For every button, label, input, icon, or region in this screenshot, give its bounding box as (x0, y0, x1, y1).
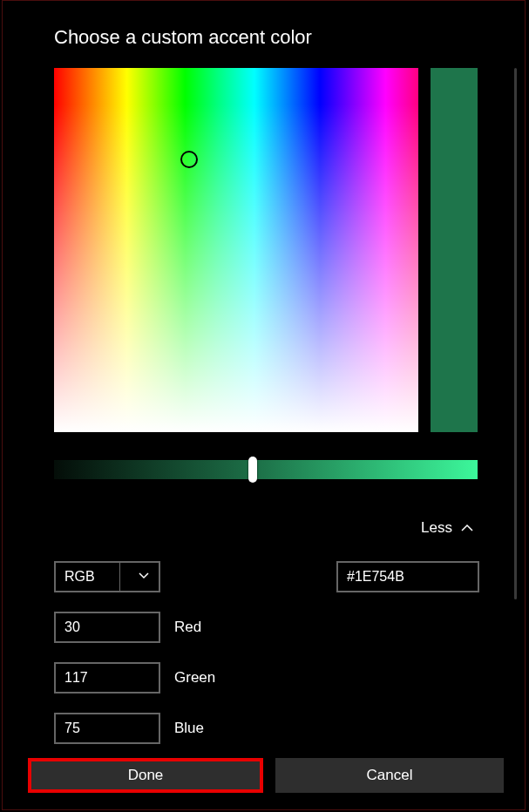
luminance-slider[interactable] (54, 460, 478, 479)
blue-label: Blue (174, 720, 204, 737)
color-saturation-area[interactable] (54, 68, 418, 432)
green-input[interactable]: 117 (54, 662, 160, 694)
blue-input-value: 75 (64, 721, 80, 736)
red-input[interactable]: 30 (54, 612, 160, 643)
red-input-value: 30 (64, 619, 80, 635)
color-mode-value: RGB (64, 569, 95, 585)
chevron-up-icon (461, 522, 473, 534)
color-preview (431, 68, 478, 432)
cancel-button[interactable]: Cancel (275, 758, 504, 793)
done-button[interactable]: Done (28, 758, 263, 793)
green-label: Green (174, 669, 215, 687)
scrollbar[interactable] (514, 68, 517, 599)
less-toggle-label: Less (421, 519, 452, 537)
done-button-label: Done (128, 767, 164, 784)
less-toggle[interactable]: Less (421, 519, 473, 537)
cancel-button-label: Cancel (367, 767, 413, 784)
color-area-cursor[interactable] (180, 151, 198, 168)
luminance-slider-thumb[interactable] (248, 457, 257, 483)
hex-input-value: #1E754B (347, 569, 404, 585)
blue-input[interactable]: 75 (54, 713, 160, 744)
dialog-title: Choose a custom accent color (54, 26, 312, 49)
red-label: Red (174, 619, 201, 636)
hex-input[interactable]: #1E754B (336, 561, 479, 592)
select-divider (119, 563, 120, 591)
green-input-value: 117 (64, 670, 88, 686)
color-mode-select[interactable]: RGB (54, 561, 160, 592)
color-picker-dialog: Choose a custom accent color Less RGB #1… (0, 0, 527, 810)
chevron-down-icon (138, 569, 150, 585)
dialog-buttons: Done Cancel (28, 758, 504, 793)
